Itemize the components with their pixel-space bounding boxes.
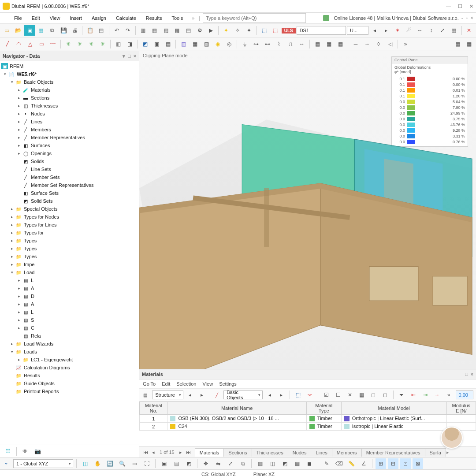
nav-tree-icon[interactable]: ☷ — [3, 446, 13, 457]
next-icon[interactable]: ▸ — [381, 25, 391, 36]
materials-tab[interactable]: Sections — [223, 448, 252, 457]
block-icon[interactable]: ▣ — [24, 25, 35, 36]
t2-surface-icon[interactable]: ◧ — [113, 39, 123, 49]
materials-tab[interactable]: Nodes — [288, 448, 312, 457]
precision-button[interactable]: 0,00 — [456, 390, 473, 399]
tree-item[interactable]: ╱Line Sets — [0, 165, 139, 173]
minimize-button[interactable]: — — [446, 4, 451, 9]
tree-guide-objects[interactable]: Guide Objects — [24, 381, 55, 386]
rotate-icon[interactable]: 🔄 — [104, 458, 115, 469]
filter2-icon[interactable]: ✧ — [232, 25, 243, 36]
t2-arrow-icon[interactable]: → — [362, 39, 372, 49]
search-input[interactable] — [203, 13, 306, 23]
select2-icon[interactable]: ⬚ — [270, 25, 281, 36]
close-button[interactable]: ✕ — [469, 4, 473, 9]
app-menu-icon[interactable] — [3, 15, 9, 21]
tree-file[interactable]: WE5.rf6* — [17, 71, 37, 77]
zoom-icon[interactable]: 🔍 — [117, 458, 127, 469]
panel3-icon[interactable]: ▨ — [160, 25, 171, 36]
more-icon[interactable]: » — [444, 390, 454, 400]
coord-system-combo[interactable]: 1 - Global XYZ — [13, 459, 73, 468]
twister-icon[interactable]: ▸ — [9, 207, 15, 211]
t2-release-icon[interactable]: ⊶ — [251, 39, 261, 49]
tree-loads[interactable]: Loads — [24, 349, 37, 354]
twister-icon[interactable]: ▸ — [9, 223, 15, 227]
menu-edit[interactable]: Edit — [27, 14, 45, 22]
funnel-icon[interactable]: ⏷ — [397, 390, 407, 400]
tree-item[interactable]: L — [31, 278, 33, 283]
clipboard-icon[interactable]: 📋 — [85, 25, 95, 36]
pan-icon[interactable]: ✋ — [92, 458, 103, 469]
sub-restore-icon[interactable]: ▫ — [466, 15, 468, 21]
panel-close-icon[interactable]: × — [471, 372, 473, 377]
tree-item[interactable]: Rela — [31, 333, 41, 338]
tree-special-objects[interactable]: Special Objects — [24, 206, 57, 212]
prev-page-icon[interactable]: ◂ — [150, 450, 157, 455]
clip-icon[interactable]: ◫ — [267, 458, 278, 469]
sheet-icon[interactable]: ▤ — [183, 25, 194, 36]
square-icon[interactable]: ◻ — [368, 390, 379, 400]
next-page-icon[interactable]: ▸ — [177, 450, 184, 455]
menu-results[interactable]: Results — [141, 14, 167, 22]
tree-item[interactable]: Types for — [24, 230, 44, 235]
first-page-icon[interactable]: ⏮ — [142, 450, 149, 455]
dim-xy-icon[interactable]: ⤢ — [437, 25, 448, 36]
mat-menu-edit[interactable]: Edit — [162, 381, 170, 387]
uls-badge[interactable]: ULS — [282, 28, 296, 33]
tree-printout[interactable]: Printout Reports — [24, 389, 59, 394]
view-xy-icon[interactable]: ▣ — [159, 458, 169, 469]
tree-item[interactable]: ▸◯Openings — [0, 149, 139, 157]
tree-item[interactable]: ▸▬Sections — [0, 94, 139, 102]
t2-rigid-icon[interactable]: ⎍ — [285, 39, 296, 49]
t2-tri-icon[interactable]: ◁ — [385, 39, 395, 49]
tree-item[interactable]: A — [31, 286, 34, 291]
check-icon[interactable]: ☑ — [321, 390, 331, 400]
dim-y-icon[interactable]: ↕ — [426, 25, 437, 36]
eraser-icon[interactable]: ⌫ — [334, 458, 344, 469]
ruler-icon[interactable]: 📏 — [346, 458, 357, 469]
twister-icon[interactable]: ▾ — [9, 270, 15, 275]
filter-icon[interactable]: ✦ — [221, 25, 231, 36]
tree-item[interactable]: ◩Solids — [0, 157, 139, 165]
tree-item[interactable]: Types — [24, 246, 37, 251]
snap4-icon[interactable]: ⊠ — [413, 458, 423, 469]
x-icon[interactable]: ✕ — [345, 390, 355, 400]
menu-file[interactable]: File — [10, 14, 26, 22]
tree-calc-diagrams[interactable]: Calculation Diagrams — [24, 365, 70, 370]
angle-icon[interactable]: ∠ — [358, 458, 369, 469]
prev-icon[interactable]: ◂ — [369, 25, 380, 36]
twister-icon[interactable]: ▾ — [2, 72, 8, 76]
tree-item[interactable]: ╱Member Sets — [0, 173, 139, 181]
t2-more-icon[interactable]: » — [400, 39, 411, 49]
right-icon[interactable]: ⇥ — [420, 390, 430, 400]
sub-close-icon[interactable]: × — [470, 15, 473, 21]
copy-icon[interactable]: ⧉ — [47, 25, 58, 36]
open-icon[interactable]: 📂 — [13, 25, 24, 36]
grid-icon[interactable]: ▦ — [449, 25, 459, 36]
t2-line2-icon[interactable]: ─ — [350, 39, 361, 49]
view-xz-icon[interactable]: ▤ — [171, 458, 182, 469]
tree-item[interactable]: L — [31, 309, 33, 315]
t2-mesh3-icon[interactable]: ▦ — [335, 39, 346, 49]
tree-item[interactable]: Types — [24, 238, 37, 243]
scale-icon[interactable]: ⤢ — [225, 458, 236, 469]
materials-tab[interactable]: Surfa — [425, 448, 446, 457]
t2-poly-icon[interactable]: △ — [25, 39, 35, 49]
left-icon[interactable]: ⇤ — [409, 390, 419, 400]
t2-cube-icon[interactable]: ◩ — [140, 39, 150, 49]
materials-table[interactable]: Material No.Material NameMaterial TypeMa… — [139, 402, 476, 431]
t2-cs2-icon[interactable]: ▦ — [190, 39, 200, 49]
fit-icon[interactable]: ⛶ — [141, 458, 152, 469]
tree-root[interactable]: RFEM — [10, 63, 23, 69]
t2-cube2-icon[interactable]: ▣ — [151, 39, 162, 49]
uncheck-icon[interactable]: ☐ — [333, 390, 343, 400]
select-tool-icon[interactable]: ⬚ — [293, 390, 303, 400]
table-row[interactable]: 1 OSB (EN 300), OSB/2 and OSB/3 (> 10 - … — [140, 415, 476, 423]
t2-cube3-icon[interactable]: ▤ — [163, 39, 173, 49]
box-icon[interactable]: ▦ — [36, 25, 46, 36]
t2-spline-icon[interactable]: 〰 — [48, 39, 58, 49]
tree-lc1[interactable]: LC1 - Eigengewicht — [31, 357, 73, 362]
t2-cs5-icon[interactable]: ◎ — [224, 39, 234, 49]
section-icon[interactable]: ▥ — [255, 458, 265, 469]
t2-node4-icon[interactable]: ✳ — [97, 39, 108, 49]
